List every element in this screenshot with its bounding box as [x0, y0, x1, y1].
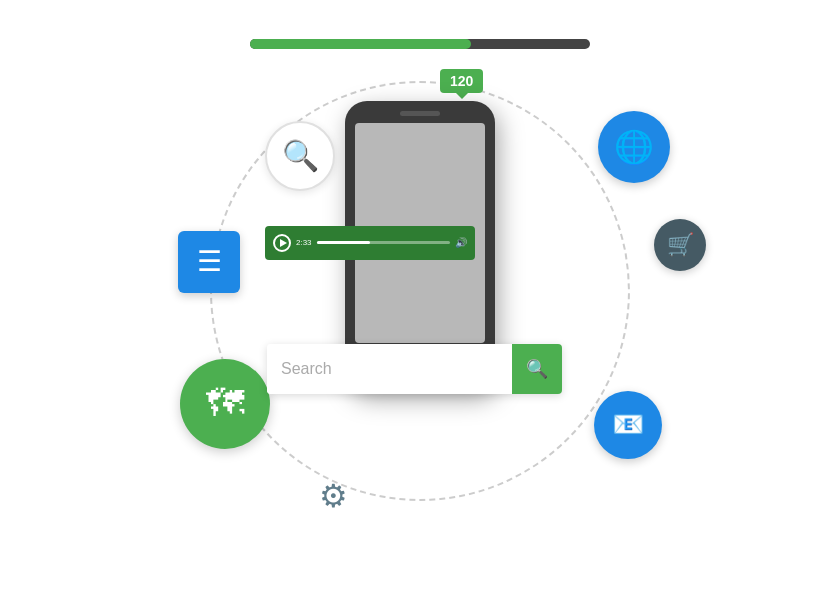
cart-icon: 🛒: [654, 219, 706, 271]
progress-bar-container: [250, 39, 590, 49]
search-icon: 🔍: [526, 358, 548, 380]
list-icon: ☰: [178, 231, 240, 293]
progress-bar-fill: [250, 39, 471, 49]
volume-icon: 🔊: [455, 237, 467, 248]
audio-player: 2:33 🔊: [265, 226, 475, 260]
gear-icon: ⚙: [308, 471, 358, 521]
search-circle-icon: 🔍: [265, 121, 335, 191]
play-button[interactable]: [273, 234, 291, 252]
audio-progress-fill: [317, 241, 370, 244]
audio-progress-bar: [317, 241, 450, 244]
globe-icon: 🌐: [598, 111, 670, 183]
globe-symbol: 🌐: [614, 128, 654, 166]
list-symbol: ☰: [197, 245, 222, 278]
map-icon: 🗺: [180, 359, 270, 449]
phone-speaker: [400, 111, 440, 116]
cloud-mail-icon: 📧: [594, 391, 662, 459]
badge-120: 120: [440, 69, 483, 93]
gear-symbol: ⚙: [319, 477, 348, 515]
search-bar: Search 🔍: [267, 344, 562, 394]
search-button[interactable]: 🔍: [512, 344, 562, 394]
search-input[interactable]: Search: [267, 344, 512, 394]
cloud-mail-symbol: 📧: [612, 409, 644, 440]
play-triangle-icon: [280, 239, 287, 247]
cart-symbol: 🛒: [667, 232, 694, 258]
map-symbol: 🗺: [206, 382, 244, 425]
audio-time: 2:33: [296, 238, 312, 247]
magnify-icon: 🔍: [282, 138, 319, 173]
main-scene: 120 2:33 🔊 Search 🔍 🔍 🌐 🛒: [70, 21, 770, 581]
